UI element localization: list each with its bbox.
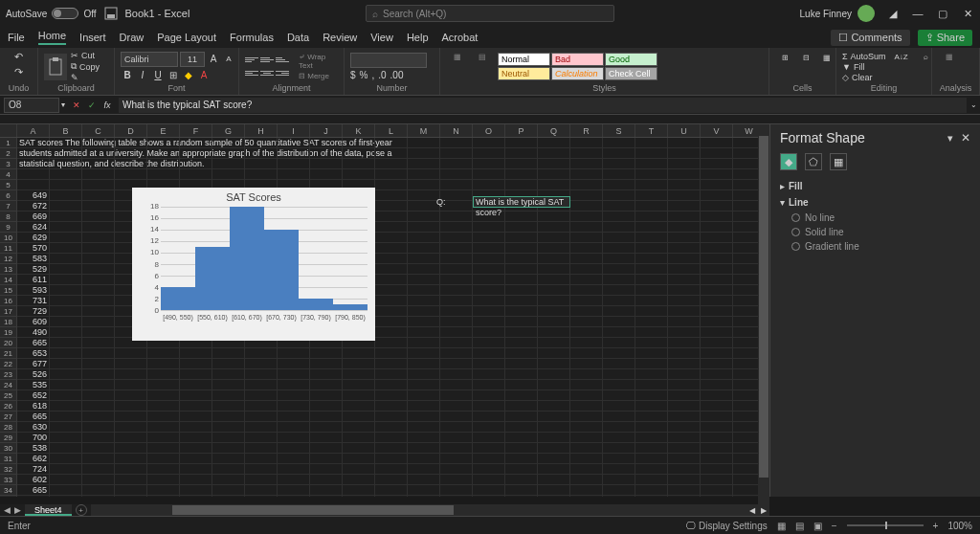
cell[interactable] <box>570 348 603 359</box>
cell[interactable] <box>82 390 115 401</box>
cell[interactable] <box>50 338 82 348</box>
cell[interactable] <box>375 148 408 159</box>
cell[interactable] <box>50 275 82 285</box>
fill-button[interactable]: ▼Fill <box>842 62 886 72</box>
cell[interactable] <box>50 348 82 359</box>
cell[interactable] <box>603 190 635 201</box>
cell[interactable] <box>50 496 82 497</box>
cell[interactable] <box>212 348 245 359</box>
cell[interactable] <box>180 496 212 497</box>
cell[interactable] <box>180 169 212 180</box>
bold-button[interactable]: B <box>121 69 134 82</box>
column-header[interactable]: H <box>245 124 278 137</box>
cell[interactable]: 593 <box>17 285 50 296</box>
cell[interactable]: 669 <box>17 211 50 222</box>
cell[interactable] <box>408 338 440 348</box>
cell[interactable] <box>538 338 570 348</box>
cell[interactable] <box>147 138 180 148</box>
cell[interactable] <box>603 285 635 296</box>
cell[interactable] <box>408 369 440 380</box>
cell[interactable] <box>635 422 668 433</box>
cell[interactable]: 570 <box>17 243 50 254</box>
cell[interactable] <box>343 380 375 390</box>
cell[interactable] <box>245 496 278 497</box>
column-header[interactable]: G <box>212 124 245 137</box>
cell[interactable] <box>147 443 180 454</box>
cell[interactable] <box>603 233 635 243</box>
cell[interactable] <box>17 180 50 190</box>
cell[interactable] <box>82 496 115 497</box>
cell[interactable] <box>701 380 733 390</box>
cell[interactable] <box>668 243 701 254</box>
cell[interactable] <box>701 359 733 369</box>
font-size-select[interactable]: 11 <box>180 52 205 67</box>
cell[interactable] <box>115 464 147 475</box>
cell[interactable] <box>212 433 245 443</box>
cell[interactable] <box>440 390 473 401</box>
cell[interactable] <box>278 348 310 359</box>
cell[interactable] <box>635 327 668 338</box>
cell[interactable] <box>310 380 343 390</box>
cell[interactable] <box>115 422 147 433</box>
cell[interactable] <box>440 275 473 285</box>
cell[interactable] <box>245 169 278 180</box>
cell[interactable] <box>440 475 473 485</box>
cell[interactable] <box>538 264 570 275</box>
row-header[interactable]: 29 <box>0 433 17 443</box>
cell[interactable]: students admitted at a university. Make … <box>17 148 50 159</box>
cell[interactable] <box>50 422 82 433</box>
cell[interactable] <box>668 464 701 475</box>
cell[interactable] <box>147 475 180 485</box>
cell[interactable] <box>212 464 245 475</box>
cell[interactable] <box>408 138 440 148</box>
cell[interactable] <box>212 159 245 169</box>
row-header[interactable]: 4 <box>0 169 17 180</box>
cell[interactable] <box>212 496 245 497</box>
cell[interactable] <box>668 380 701 390</box>
cell[interactable] <box>82 243 115 254</box>
cell[interactable] <box>473 317 505 327</box>
row-header[interactable]: 22 <box>0 359 17 369</box>
cell[interactable] <box>147 464 180 475</box>
cell[interactable] <box>635 275 668 285</box>
cell[interactable] <box>310 138 343 148</box>
cell[interactable] <box>603 138 635 148</box>
cell[interactable] <box>408 317 440 327</box>
style-good[interactable]: Good <box>605 53 657 66</box>
cell[interactable] <box>538 475 570 485</box>
cut-button[interactable]: ✂Cut <box>71 51 100 60</box>
cell[interactable] <box>570 148 603 159</box>
cell[interactable] <box>473 359 505 369</box>
cell[interactable] <box>212 454 245 464</box>
expand-formula-bar-icon[interactable]: ⌄ <box>967 100 980 109</box>
cell[interactable] <box>375 464 408 475</box>
cell[interactable] <box>212 359 245 369</box>
cell[interactable] <box>473 412 505 422</box>
cell[interactable] <box>570 233 603 243</box>
cell[interactable] <box>701 169 733 180</box>
cell[interactable]: statistical question, and describe the d… <box>17 159 50 169</box>
display-settings-button[interactable]: 🖵 Display Settings <box>686 521 767 531</box>
cell[interactable] <box>212 422 245 433</box>
cell[interactable]: 672 <box>17 201 50 211</box>
cell[interactable] <box>440 359 473 369</box>
cell[interactable] <box>635 454 668 464</box>
cell[interactable] <box>50 222 82 233</box>
cell[interactable] <box>343 148 375 159</box>
pane-close-button[interactable]: ✕ <box>961 131 970 145</box>
cell[interactable] <box>310 348 343 359</box>
cell[interactable] <box>343 348 375 359</box>
cell[interactable] <box>701 348 733 359</box>
cell[interactable]: 665 <box>17 412 50 422</box>
cell[interactable] <box>375 369 408 380</box>
cell[interactable] <box>375 412 408 422</box>
cell[interactable] <box>82 180 115 190</box>
tab-home[interactable]: Home <box>38 30 66 45</box>
increase-font-icon[interactable]: A <box>207 53 220 66</box>
cell[interactable] <box>245 359 278 369</box>
cell[interactable] <box>82 190 115 201</box>
cell[interactable] <box>701 464 733 475</box>
cell[interactable] <box>701 254 733 264</box>
cell[interactable] <box>278 422 310 433</box>
zoom-out-button[interactable]: − <box>832 521 837 531</box>
